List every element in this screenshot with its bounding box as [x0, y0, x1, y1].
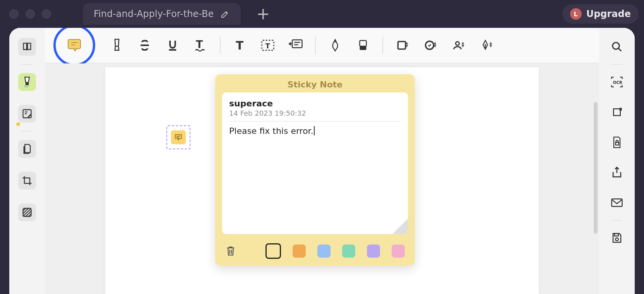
svg-text:T: T	[265, 42, 271, 50]
sidebar-annotate-button[interactable]	[18, 105, 36, 123]
upgrade-button[interactable]: L Upgrade	[562, 4, 639, 24]
mail-button[interactable]	[608, 194, 626, 212]
minimize-window-dot[interactable]	[26, 9, 35, 19]
pen-icon	[329, 39, 341, 52]
share-button[interactable]	[608, 164, 626, 181]
svg-text:T: T	[236, 39, 243, 51]
sidebar-highlighter-button[interactable]	[18, 73, 36, 91]
document-tab[interactable]: Find-and-Apply-For-the-Be	[83, 3, 241, 25]
sticky-note-footer	[222, 243, 408, 259]
sidebar-thumbnails-button[interactable]	[18, 38, 36, 56]
page-canvas[interactable]: Sticky Note superace 14 Feb 2023 19:50:3…	[45, 63, 599, 294]
svg-rect-19	[611, 199, 622, 207]
ocr-icon: OCR	[611, 76, 623, 88]
lock-page-icon	[611, 136, 622, 149]
user-stamp-button[interactable]: ▴▾	[444, 34, 472, 56]
pages-icon	[22, 144, 33, 154]
note-color-blue[interactable]	[317, 244, 331, 258]
svg-point-13	[456, 42, 459, 45]
sidebar-pagelist-button[interactable]	[18, 140, 36, 158]
crop-icon	[22, 175, 33, 186]
shape-dropdown-caret[interactable]: ▴▾	[405, 42, 408, 48]
book-icon	[22, 41, 33, 52]
eraser-tool-button[interactable]	[349, 34, 377, 56]
comment-note-tool-active[interactable]	[53, 28, 95, 66]
underline-button[interactable]	[159, 34, 187, 56]
close-window-dot[interactable]	[9, 9, 19, 19]
note-color-orange[interactable]	[293, 244, 306, 258]
note-color-pink[interactable]	[392, 244, 405, 258]
sticky-note-body[interactable]: superace 14 Feb 2023 19:50:32 Please fix…	[222, 92, 408, 234]
left-toolbar	[9, 28, 45, 294]
trash-icon	[225, 245, 236, 257]
note-color-purple[interactable]	[367, 244, 380, 258]
zoom-window-dot[interactable]	[42, 9, 51, 19]
scrollbar-thumb[interactable]	[594, 102, 598, 234]
document-page[interactable]: Sticky Note superace 14 Feb 2023 19:50:3…	[105, 67, 539, 294]
svg-rect-1	[23, 110, 31, 118]
stamp-dropdown-caret[interactable]: ▴▾	[433, 42, 436, 48]
svg-rect-9	[360, 41, 366, 46]
svg-text:T: T	[196, 39, 203, 50]
rotate-icon	[611, 106, 623, 118]
ocr-button[interactable]: OCR	[608, 73, 626, 91]
note-anchor-icon	[171, 130, 186, 144]
note-color-none[interactable]	[265, 243, 281, 259]
highlight-tool-button[interactable]	[103, 34, 131, 56]
save-icon	[611, 232, 623, 244]
sticky-note-icon	[67, 38, 82, 53]
sticky-page-curl	[392, 219, 408, 234]
sidebar-active-dot	[16, 122, 20, 126]
pen-tool-button[interactable]	[321, 34, 349, 56]
svg-rect-18	[616, 142, 619, 145]
squiggly-underline-button[interactable]: T	[187, 34, 214, 56]
sidebar-pattern-button[interactable]	[18, 203, 36, 221]
right-toolbar: OCR	[599, 28, 635, 294]
rotate-button[interactable]	[608, 103, 626, 121]
sticky-note-timestamp: 14 Feb 2023 19:50:32	[229, 109, 401, 117]
sticky-note-text[interactable]: Please fix this error.	[229, 126, 401, 136]
save-button[interactable]	[608, 229, 626, 247]
text-tool-button[interactable]: T	[226, 34, 254, 56]
strikethrough-button[interactable]	[131, 34, 159, 56]
edit-tab-icon[interactable]	[221, 9, 230, 19]
note-color-teal[interactable]	[342, 244, 355, 258]
stamp-tool-button[interactable]: ▴▾	[416, 34, 444, 56]
vertical-scrollbar[interactable]	[593, 102, 598, 232]
svg-rect-11	[398, 41, 406, 49]
user-dropdown-caret[interactable]: ▴▾	[461, 42, 464, 48]
sticky-note-header: Sticky Note	[222, 80, 408, 89]
sidebar-crop-button[interactable]	[18, 172, 36, 190]
svg-point-15	[613, 43, 620, 50]
svg-rect-17	[613, 109, 620, 116]
text-cursor	[314, 126, 315, 135]
mail-icon	[611, 198, 623, 208]
eraser-icon	[357, 39, 369, 51]
highlighter-icon	[22, 76, 33, 88]
signature-button[interactable]: ▴▾	[472, 34, 500, 56]
center-pane: T T T	[45, 28, 599, 294]
text-icon: T	[234, 39, 246, 51]
shape-tool-button[interactable]: ▴▾	[389, 34, 416, 56]
new-tab-button[interactable]: +	[256, 6, 270, 22]
pen-note-icon	[22, 108, 33, 119]
security-button[interactable]	[608, 133, 626, 151]
note-anchor-on-page[interactable]	[166, 125, 190, 149]
user-avatar: L	[570, 8, 582, 20]
signature-dropdown-caret[interactable]: ▴▾	[489, 42, 492, 48]
delete-note-button[interactable]	[225, 245, 236, 257]
strikethrough-icon	[139, 39, 151, 51]
format-toolbar: T T T	[45, 28, 599, 63]
callout-tool-button[interactable]	[282, 34, 310, 56]
callout-icon	[288, 39, 303, 52]
sticky-note-popover: Sticky Note superace 14 Feb 2023 19:50:3…	[215, 74, 415, 266]
document-tab-title: Find-and-Apply-For-the-Be	[94, 9, 214, 19]
svg-point-21	[615, 238, 618, 241]
squiggly-icon: T	[194, 39, 207, 52]
pattern-icon	[22, 207, 33, 218]
marker-icon	[111, 38, 123, 52]
svg-rect-20	[615, 234, 618, 236]
window-titlebar: Find-and-Apply-For-the-Be + L Upgrade	[0, 0, 644, 28]
search-button[interactable]	[608, 38, 626, 56]
textbox-tool-button[interactable]: T	[254, 34, 282, 56]
